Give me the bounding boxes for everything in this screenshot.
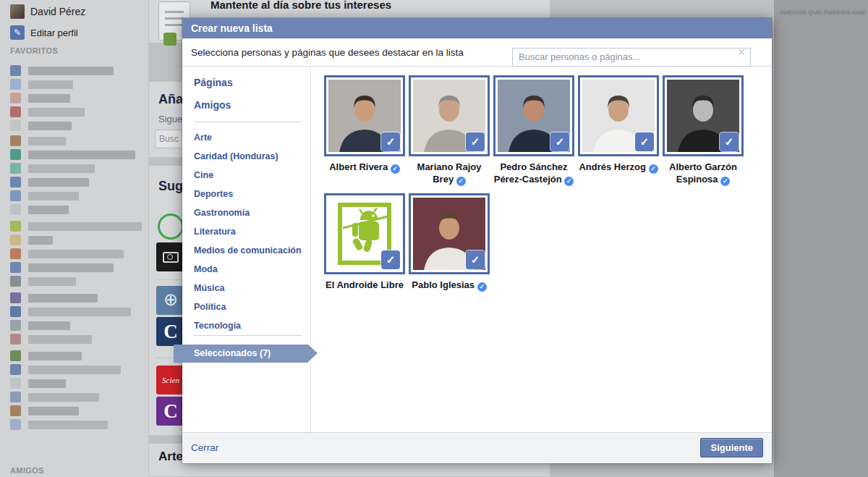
verified-badge-icon: ✓ <box>649 164 658 174</box>
selected-item-name: Alberto Garzón Espinosa ✓ <box>663 161 744 186</box>
blurred-favorite-row <box>10 248 142 259</box>
check-badge: ✓ <box>720 132 739 151</box>
dialog-search: ✕ <box>512 43 751 62</box>
category-item[interactable]: Literatura <box>194 227 310 237</box>
sidebar-item-páginas[interactable]: Páginas <box>194 77 310 88</box>
suggestions-heading: Sug <box>158 179 183 194</box>
blurred-favorite-row <box>10 334 142 345</box>
arte-heading: Arte <box>158 449 183 464</box>
selected-item-name: Andrés Herzog ✓ <box>578 161 659 174</box>
edit-profile-label: Editar perfil <box>30 28 78 38</box>
verified-badge-icon: ✓ <box>477 282 487 292</box>
selected-item: ✓Alberto Garzón Espinosa ✓ <box>663 75 744 186</box>
blurred-favorite-row <box>10 135 142 146</box>
category-item[interactable]: Cine <box>194 170 310 180</box>
check-badge: ✓ <box>381 132 400 151</box>
selected-item-card[interactable]: ✓ <box>663 75 744 156</box>
user-avatar <box>10 4 25 19</box>
blurred-favorite-row <box>10 221 142 232</box>
pencil-icon: ✎ <box>10 25 25 40</box>
page-icon-letter-c-navy: C <box>156 317 185 346</box>
category-item[interactable]: Caridad (Honduras) <box>194 151 310 161</box>
dialog-subtitle: Selecciona personas y páginas que desees… <box>191 47 464 58</box>
dialog-title: Crear nueva lista <box>182 18 772 38</box>
blurred-favorite-row <box>10 79 142 90</box>
left-nav: David Pérez ✎ Editar perfil FAVORITOS AM… <box>0 0 148 477</box>
blurred-favorite-row <box>10 405 142 416</box>
divider <box>194 122 302 122</box>
blurred-favorite-row <box>10 419 142 430</box>
friends-header: AMIGOS <box>10 466 44 475</box>
games-suggestions-heading: JUEGOS QUE PUEDEN GUSTARTE <box>780 9 865 16</box>
blurred-favorite-row <box>10 149 142 160</box>
selected-item-name: Albert Rivera ✓ <box>324 161 405 174</box>
check-badge: ✓ <box>381 250 400 269</box>
right-column: JUEGOS QUE PUEDEN GUSTARTE <box>774 0 868 477</box>
category-item[interactable]: Tecnología <box>194 321 310 331</box>
blurred-favorite-row <box>10 120 142 131</box>
selected-item-card[interactable]: ✓ <box>578 75 659 156</box>
verified-badge-icon: ✓ <box>564 177 574 186</box>
category-item[interactable]: Arte <box>194 132 310 143</box>
selected-item: ✓Pablo Iglesias ✓ <box>409 193 490 292</box>
page-icon-camera <box>156 242 185 271</box>
verified-badge-icon: ✓ <box>391 164 400 174</box>
page-icon-letter-c-purple: C <box>156 397 185 426</box>
selected-item-card[interactable]: ✓ <box>493 75 574 156</box>
category-item[interactable]: Política <box>194 302 310 312</box>
blurred-favorite-row <box>10 320 142 331</box>
next-button[interactable]: Siguiente <box>700 438 763 457</box>
close-button[interactable]: Cerrar <box>191 442 218 453</box>
interests-heading: Mantente al día sobre tus intereses <box>210 0 442 11</box>
selected-item: ✓Albert Rivera ✓ <box>324 75 405 186</box>
blurred-favorite-row <box>10 177 142 187</box>
category-item[interactable]: Moda <box>194 264 310 274</box>
selected-item-card[interactable]: ✓ <box>324 75 405 156</box>
category-item[interactable]: Gastronomía <box>194 208 310 218</box>
blurred-favorite-row <box>10 163 142 174</box>
selected-item: ✓Andrés Herzog ✓ <box>578 75 659 186</box>
favorites-blurred-list <box>10 65 142 433</box>
selected-item-name: Pedro Sánchez Pérez-Castejón ✓ <box>493 161 574 186</box>
selected-item: ✓El Androide Libre <box>324 193 405 292</box>
favorites-header: FAVORITOS <box>10 46 58 55</box>
green-accent <box>163 33 176 46</box>
nav-user: David Pérez <box>10 4 85 19</box>
check-badge: ✓ <box>550 132 569 151</box>
page-icon-circle <box>156 212 185 241</box>
sidebar-item-amigos[interactable]: Amigos <box>194 99 310 111</box>
blurred-favorite-row <box>10 204 142 215</box>
add-heading: Aña <box>158 92 183 107</box>
blurred-favorite-row <box>10 306 142 317</box>
selected-item-card[interactable]: ✓ <box>324 193 405 274</box>
divider <box>194 335 302 336</box>
blurred-favorite-row <box>10 292 142 303</box>
selected-tab[interactable]: Seleccionados (7) <box>174 345 308 363</box>
blurred-favorite-row <box>10 93 142 104</box>
follow-text: Sigue <box>158 114 182 124</box>
search-input[interactable] <box>512 48 751 67</box>
clear-search-icon[interactable]: ✕ <box>737 46 746 59</box>
check-badge: ✓ <box>466 250 485 269</box>
selected-item-card[interactable]: ✓ <box>409 75 490 156</box>
check-badge: ✓ <box>635 132 654 151</box>
selected-item-name: Mariano Rajoy Brey ✓ <box>409 161 490 186</box>
selected-item-card[interactable]: ✓ <box>409 193 490 274</box>
page-icon-globe: ⊕ <box>156 286 185 315</box>
category-item[interactable]: Deportes <box>194 189 310 199</box>
selected-tab-label: Seleccionados (7) <box>194 348 271 358</box>
blurred-favorite-row <box>10 262 142 273</box>
create-list-dialog: Crear nueva lista Selecciona personas y … <box>182 18 772 463</box>
blurred-favorite-row <box>10 276 142 287</box>
check-badge: ✓ <box>466 132 485 151</box>
category-item[interactable]: Música <box>194 283 310 293</box>
selected-items-grid: ✓Albert Rivera ✓ ✓Mariano Rajoy Brey ✓ ✓… <box>311 67 772 432</box>
dialog-sidebar: PáginasAmigos ArteCaridad (Honduras)Cine… <box>182 67 311 432</box>
edit-profile-link: ✎ Editar perfil <box>10 25 78 40</box>
selected-item: ✓Mariano Rajoy Brey ✓ <box>409 75 490 186</box>
facebook-page: David Pérez ✎ Editar perfil FAVORITOS AM… <box>0 0 868 477</box>
category-item[interactable]: Medios de comunicación <box>194 245 310 256</box>
selected-item-name: El Androide Libre <box>324 279 405 291</box>
blurred-favorite-row <box>10 350 142 361</box>
user-name: David Pérez <box>30 6 85 17</box>
